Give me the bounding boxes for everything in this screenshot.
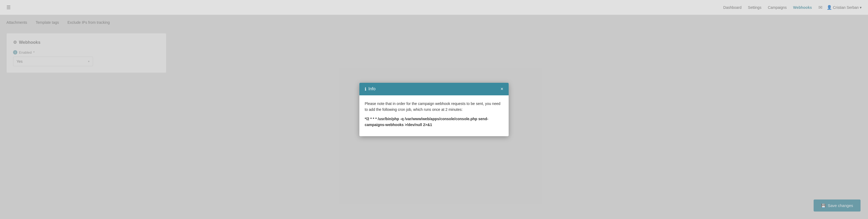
modal-body-text: Please note that in order for the campai… bbox=[365, 101, 503, 113]
modal-body: Please note that in order for the campai… bbox=[359, 95, 509, 136]
modal-overlay[interactable]: ℹ Info × Please note that in order for t… bbox=[0, 0, 868, 219]
modal-close-button[interactable]: × bbox=[500, 86, 503, 91]
modal-title: ℹ Info bbox=[365, 86, 376, 91]
modal-header: ℹ Info × bbox=[359, 83, 509, 95]
info-modal: ℹ Info × Please note that in order for t… bbox=[359, 83, 509, 136]
modal-title-text: Info bbox=[368, 86, 376, 91]
modal-info-icon: ℹ bbox=[365, 86, 366, 91]
cron-command: */2 * * * /usr/bin/php -q /var/www/web/a… bbox=[365, 116, 503, 128]
